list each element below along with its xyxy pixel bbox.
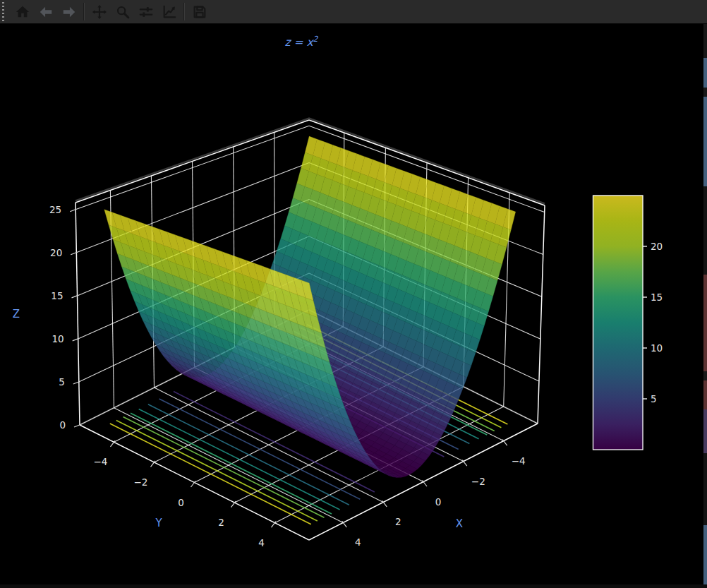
back-button[interactable] [34, 1, 57, 22]
x-tick-label: 4 [355, 536, 361, 548]
plot-title-base: z = x [284, 36, 313, 49]
move-icon [92, 4, 107, 20]
floppy-icon [192, 4, 207, 20]
zoom-button[interactable] [111, 1, 134, 22]
pan-button[interactable] [87, 1, 111, 22]
home-button[interactable] [11, 1, 34, 22]
toolbar-drag-handle[interactable] [1, 2, 6, 21]
x-tick-label: 0 [435, 496, 442, 508]
colorbar: 5101520 [593, 196, 663, 450]
y-tick-label: 2 [218, 517, 224, 528]
plot-title: z = x2 [231, 35, 372, 49]
colorbar-tick-label: 5 [651, 393, 657, 404]
z-tick-label: 15 [51, 290, 63, 301]
z-tick-label: 20 [50, 247, 62, 258]
customize-axes-button[interactable] [157, 1, 181, 22]
plot-title-exponent: 2 [313, 35, 318, 44]
chart-icon [162, 4, 177, 20]
colorbar-tick-label: 15 [651, 292, 663, 303]
y-tick-label: 4 [258, 537, 265, 548]
forward-button[interactable] [57, 1, 80, 22]
save-button[interactable] [188, 1, 211, 22]
z-tick-label: 0 [59, 419, 66, 431]
z-axis-label: Z [8, 308, 25, 320]
colorbar-tick-label: 10 [651, 342, 663, 354]
navigation-toolbar [0, 0, 707, 24]
toolbar-separator [83, 3, 85, 20]
z-tick-label: 5 [59, 376, 65, 388]
x-tick-label: −2 [471, 476, 485, 487]
z-tick-label: 25 [49, 204, 61, 215]
home-icon [15, 4, 30, 20]
plot-canvas[interactable]: −4−2024−4−202405101520255101520 [0, 0, 707, 588]
y-axis-label: Y [145, 517, 173, 529]
figure-window: −4−2024−4−202405101520255101520 [0, 0, 707, 588]
colorbar-tick-label: 20 [651, 241, 663, 252]
y-tick-label: 0 [178, 497, 184, 508]
arrow-right-icon [61, 4, 77, 20]
x-tick-label: 2 [395, 516, 401, 527]
window-bottom-edge [0, 584, 707, 588]
sliders-icon [138, 4, 154, 20]
arrow-left-icon [38, 4, 54, 20]
magnifier-icon [115, 4, 131, 20]
x-axis-label: X [445, 517, 473, 530]
toolbar-separator [183, 3, 185, 20]
y-tick-label: −4 [94, 456, 108, 467]
configure-subplots-button[interactable] [134, 1, 157, 22]
z-tick-label: 10 [52, 333, 64, 344]
y-tick-label: −2 [134, 476, 148, 488]
x-tick-label: −4 [512, 455, 526, 467]
